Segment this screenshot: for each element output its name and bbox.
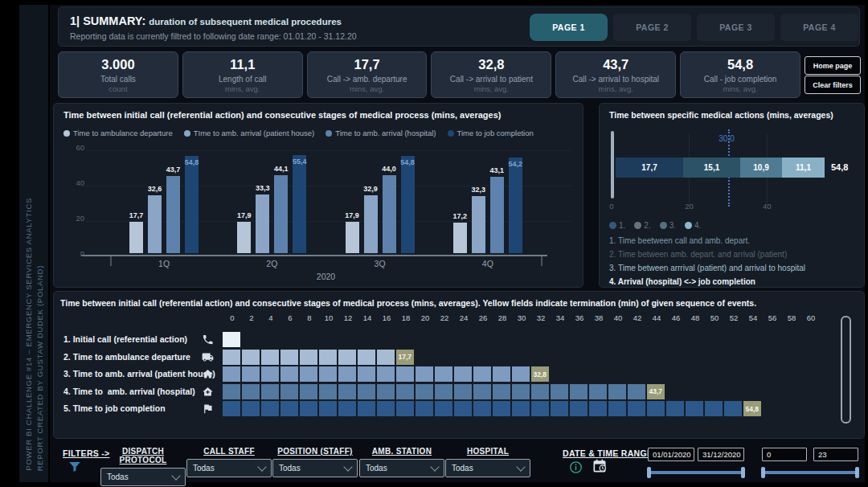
date-range-slider[interactable] (648, 471, 744, 474)
bar[interactable]: 17,7 (129, 222, 143, 253)
stacked-segment-1[interactable]: 17,7 (616, 158, 683, 178)
grid-cell[interactable] (512, 384, 530, 399)
grid-cell[interactable] (223, 401, 240, 416)
grid-cell[interactable] (338, 350, 356, 365)
date-to-input[interactable] (698, 448, 744, 461)
info-icon[interactable] (569, 460, 583, 477)
page-tab-3[interactable]: PAGE 3 (697, 14, 775, 41)
bar[interactable]: 43,1 (490, 177, 504, 253)
grid-cell[interactable] (454, 401, 472, 416)
grid-cell[interactable] (319, 401, 337, 416)
grid-cell[interactable] (242, 384, 260, 399)
grid-cell[interactable] (280, 401, 298, 416)
hour-range-slider[interactable] (762, 471, 858, 474)
grid-cell[interactable] (531, 384, 549, 399)
grid-cell[interactable] (473, 401, 491, 416)
grid-cell[interactable] (300, 384, 317, 399)
grid-cell[interactable] (493, 401, 510, 416)
vertical-scrollbar[interactable] (841, 316, 851, 424)
grid-cell[interactable] (493, 366, 510, 382)
grid-cell[interactable] (647, 401, 665, 416)
grid-cell[interactable] (454, 384, 472, 399)
grid-cell[interactable] (223, 384, 240, 399)
grid-cell[interactable] (435, 366, 452, 382)
bar[interactable]: 44,0 (383, 175, 396, 253)
grid-cell[interactable] (608, 401, 626, 416)
legend-item[interactable]: Time to amb. arrival (hospital) (326, 129, 436, 137)
grid-cell[interactable] (705, 401, 723, 416)
grid-cell[interactable] (280, 384, 298, 399)
grid-cell[interactable] (358, 350, 375, 365)
slider-handle[interactable] (855, 467, 859, 478)
page-tab-1[interactable]: PAGE 1 (530, 14, 608, 41)
grid-cell[interactable] (242, 350, 260, 365)
grid-cell[interactable] (377, 350, 395, 365)
legend-item[interactable]: Time to ambulance departure (63, 129, 173, 137)
grid-cell[interactable] (242, 366, 260, 382)
grid-cell[interactable] (300, 366, 317, 382)
bar[interactable]: 32,3 (472, 196, 485, 253)
grid-cell[interactable] (416, 384, 433, 399)
grid-cell[interactable] (589, 384, 607, 399)
stacked-segment-2[interactable]: 15,1 (683, 158, 740, 178)
grid-cell[interactable] (223, 366, 240, 382)
bar[interactable]: 17,9 (237, 222, 251, 253)
grid-cell[interactable] (223, 350, 240, 365)
grid-cell[interactable] (531, 401, 549, 416)
bar[interactable]: 54,8 (401, 156, 415, 253)
slider-handle[interactable] (761, 467, 765, 478)
date-from-input[interactable] (648, 448, 694, 461)
grid-cell[interactable] (570, 401, 588, 416)
grid-cell[interactable] (628, 401, 645, 416)
grid-cell[interactable] (551, 401, 568, 416)
grid-cell[interactable] (493, 384, 510, 399)
grid-cell[interactable] (319, 350, 337, 365)
bar[interactable]: 54,2 (509, 158, 522, 253)
page-tab-4[interactable]: PAGE 4 (780, 14, 858, 41)
stacked-segment-3[interactable]: 10,9 (740, 158, 782, 178)
termination-cell[interactable]: 32,8 (531, 366, 549, 382)
slider-handle[interactable] (647, 467, 651, 478)
termination-cell[interactable]: 54,8 (743, 401, 761, 416)
bar[interactable]: 17,9 (346, 222, 359, 253)
grid-cell[interactable] (319, 366, 337, 382)
bar[interactable]: 33,3 (256, 194, 269, 253)
hour-from-input[interactable] (762, 448, 807, 461)
grid-cell[interactable] (512, 366, 530, 382)
bar[interactable]: 55,4 (293, 155, 306, 253)
grid-cell[interactable] (319, 384, 337, 399)
grid-cell[interactable] (358, 366, 375, 382)
hour-to-input[interactable] (813, 448, 858, 461)
clear-filters-button[interactable]: Clear filters (805, 76, 861, 94)
grid-cell[interactable] (280, 350, 298, 365)
grid-cell[interactable] (377, 401, 395, 416)
grid-cell[interactable] (300, 350, 317, 365)
grid-cell[interactable] (223, 332, 240, 347)
grid-cell[interactable] (628, 384, 645, 399)
grid-cell[interactable] (377, 366, 395, 382)
grid-cell[interactable] (570, 384, 588, 399)
filter-dropdown-4[interactable]: Todas (359, 459, 444, 477)
bar[interactable]: 32,9 (364, 195, 378, 253)
bar[interactable]: 44,1 (274, 175, 288, 253)
stacked-segment-4[interactable]: 11,1 (782, 158, 825, 178)
home-page-button[interactable]: Home page (805, 56, 861, 75)
bar[interactable]: 32,6 (148, 195, 162, 253)
grid-cell[interactable] (396, 384, 414, 399)
filter-dropdown-1[interactable]: Todas (100, 468, 186, 486)
grid-cell[interactable] (280, 366, 298, 382)
grid-cell[interactable] (435, 384, 452, 399)
termination-cell[interactable]: 43,7 (647, 384, 665, 399)
grid-cell[interactable] (435, 401, 452, 416)
filter-dropdown-2[interactable]: Todas (186, 459, 272, 477)
grid-cell[interactable] (473, 384, 491, 399)
bar[interactable]: 43,7 (166, 176, 180, 253)
grid-cell[interactable] (396, 401, 414, 416)
page-tab-2[interactable]: PAGE 2 (613, 14, 691, 41)
grid-cell[interactable] (416, 401, 433, 416)
grid-cell[interactable] (358, 384, 375, 399)
grid-cell[interactable] (358, 401, 375, 416)
grid-cell[interactable] (724, 401, 742, 416)
filter-dropdown-5[interactable]: Todas (445, 459, 530, 477)
grid-cell[interactable] (261, 384, 279, 399)
